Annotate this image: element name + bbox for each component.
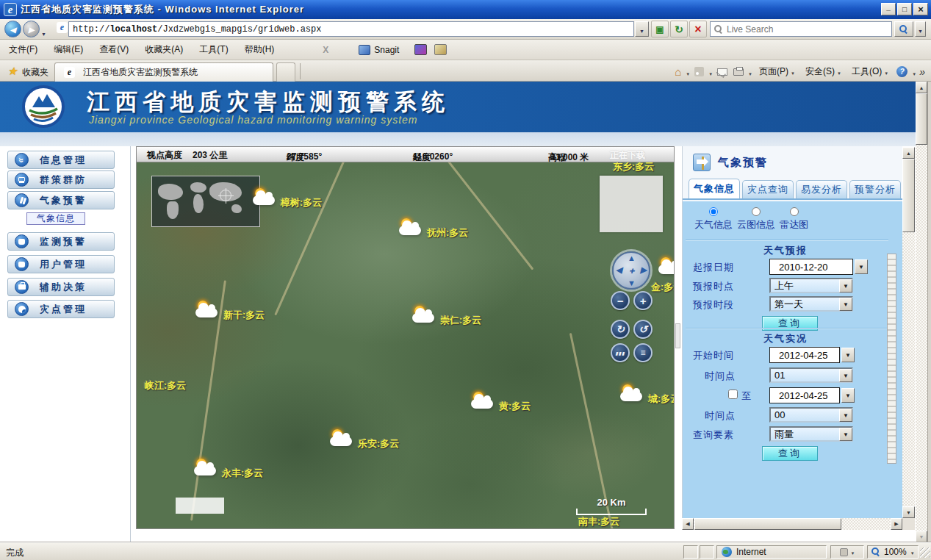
search-go-button[interactable] (894, 21, 913, 37)
panel-scrollbar-thumb[interactable] (902, 159, 915, 232)
radio-weather-info[interactable]: 天气信息 (694, 207, 733, 231)
sidebar-item-weather-warning[interactable]: 气象预警 (7, 191, 115, 209)
zoom-out-button[interactable] (611, 291, 630, 310)
weather-marker[interactable] (658, 257, 675, 279)
tab-hazard-query[interactable]: 灾点查询 (742, 180, 794, 198)
map-pan-control[interactable] (612, 251, 650, 290)
actual-query-button[interactable]: 查询 (762, 446, 818, 461)
command-menu-item[interactable]: 工具(O) (848, 63, 892, 80)
weather-marker[interactable]: 黄:多云 (471, 392, 531, 413)
page-scroll-up-button[interactable] (916, 82, 927, 93)
favorites-star-icon[interactable] (7, 65, 17, 78)
collapsed-panel-strip[interactable] (887, 254, 896, 464)
feeds-button[interactable] (693, 65, 705, 78)
new-tab-stub[interactable] (276, 62, 295, 82)
weather-marker[interactable]: 城:多云 (620, 384, 675, 406)
toolbar-close-icon[interactable]: X (317, 42, 334, 58)
pan-up-icon[interactable] (628, 254, 636, 262)
forward-button[interactable] (23, 21, 40, 37)
panel-splitter-handle[interactable] (675, 323, 680, 348)
panel-scroll-down-button[interactable] (902, 506, 915, 518)
panel-scroll-left-button[interactable] (682, 518, 694, 530)
refresh-button[interactable] (670, 21, 688, 37)
sidebar-item-decision-support[interactable]: 辅助决策 (7, 278, 115, 296)
print-button[interactable] (732, 67, 745, 77)
chevron-down-icon[interactable] (708, 65, 713, 79)
read-mail-button[interactable] (716, 67, 729, 77)
page-scroll-down-button[interactable] (916, 531, 927, 542)
forecast-query-button[interactable]: 查询 (762, 316, 818, 331)
help-button[interactable] (895, 65, 909, 79)
back-button[interactable] (4, 21, 21, 37)
recent-pages-dropdown[interactable] (41, 26, 46, 39)
menu-item[interactable]: 帮助(H) (237, 40, 282, 59)
world-overview-inset[interactable] (151, 176, 260, 227)
rotate-counterclockwise-button[interactable] (633, 320, 653, 339)
sidebar-item-info-management[interactable]: 信息管理 (7, 151, 115, 169)
pan-right-icon[interactable] (641, 265, 647, 275)
map-viewport[interactable]: 樟树:多云 抚州:多云 新干:多云 崇仁:多云 黄:多云 城:多云 (136, 146, 675, 529)
chevron-down-icon[interactable] (839, 279, 852, 292)
minimize-button[interactable] (881, 3, 896, 15)
menu-item[interactable]: 收藏夹(A) (137, 40, 190, 59)
go-button[interactable] (651, 21, 669, 37)
weather-marker[interactable]: 新干:多云 (195, 301, 265, 322)
radio-radar-image[interactable]: 雷达图 (780, 207, 808, 231)
chevron-down-icon[interactable] (839, 298, 852, 311)
page-tab[interactable]: e 江西省地质灾害监测预警系统 (54, 62, 273, 82)
favorites-label[interactable]: 收藏夹 (22, 66, 48, 79)
zoom-in-button[interactable] (633, 291, 653, 310)
weather-marker[interactable]: 永丰:多云 (194, 459, 263, 480)
tab-warning-analysis[interactable]: 预警分析 (849, 180, 901, 198)
maximize-button[interactable] (897, 3, 912, 15)
menu-item[interactable]: 文件(F) (1, 40, 45, 59)
search-input[interactable] (727, 24, 874, 35)
layers-button[interactable] (633, 343, 653, 362)
weather-marker[interactable]: 乐安:多云 (330, 429, 399, 450)
weather-marker[interactable]: 樟树:多云 (253, 188, 322, 209)
tilt-button[interactable] (611, 343, 630, 362)
radio-cloud-image[interactable]: 云图信息 (737, 207, 775, 231)
snagit-capture-icon[interactable] (414, 44, 427, 55)
chevron-down-icon[interactable] (841, 388, 855, 403)
stop-button[interactable] (689, 21, 707, 37)
chevron-down-icon[interactable] (912, 65, 916, 79)
panel-scroll-right-button[interactable] (891, 518, 902, 530)
address-dropdown-button[interactable] (635, 21, 649, 37)
to-checkbox[interactable] (728, 390, 738, 399)
address-bar[interactable]: http://localhost/Jxdzwebgis_mapgis/gridw… (68, 21, 634, 37)
command-menu-item[interactable]: 页面(P) (755, 63, 799, 80)
menu-item[interactable]: 工具(T) (192, 40, 235, 59)
chevron-down-icon[interactable] (748, 65, 752, 79)
protected-mode-cell[interactable] (830, 545, 864, 559)
command-menu-item[interactable]: 安全(S) (802, 63, 845, 80)
live-search-box[interactable] (710, 21, 892, 37)
tab-susceptibility-analysis[interactable]: 易发分析 (796, 180, 847, 198)
pan-left-icon[interactable] (616, 265, 622, 275)
chevron-down-icon[interactable] (839, 409, 852, 422)
more-commands-chevron-icon[interactable] (919, 65, 925, 79)
radio-input[interactable] (790, 207, 799, 216)
sidebar-item-user-management[interactable]: 用户管理 (7, 255, 115, 273)
radio-input[interactable] (709, 207, 718, 216)
tab-weather-info[interactable]: 气象信息 (689, 179, 740, 198)
sidebar-item-monitoring-warning[interactable]: 监测预警 (7, 232, 115, 251)
rotate-clockwise-button[interactable] (611, 320, 630, 339)
chevron-down-icon[interactable] (855, 259, 868, 274)
resize-grip[interactable] (920, 548, 930, 558)
chevron-down-icon[interactable] (841, 348, 855, 362)
snagit-button[interactable]: Snagit (353, 43, 404, 57)
panel-hscrollbar-thumb[interactable] (694, 518, 841, 530)
chevron-down-icon[interactable] (686, 65, 690, 79)
radio-input[interactable] (752, 207, 761, 216)
sidebar-item-hazard-point-management[interactable]: 灾点管理 (7, 300, 115, 318)
actual-start-select[interactable]: 2012-04-25 (769, 347, 840, 363)
pan-down-icon[interactable] (628, 279, 636, 287)
sidebar-subitem-weather-info[interactable]: 气象信息 (26, 212, 85, 225)
page-scrollbar-track[interactable] (916, 93, 927, 531)
sidebar-item-group-prevention[interactable]: 群策群防 (7, 170, 115, 189)
chevron-down-icon[interactable] (839, 369, 852, 382)
menu-item[interactable]: 查看(V) (92, 40, 136, 59)
close-button[interactable] (913, 3, 928, 15)
weather-marker[interactable]: 抚州:多云 (399, 218, 468, 240)
